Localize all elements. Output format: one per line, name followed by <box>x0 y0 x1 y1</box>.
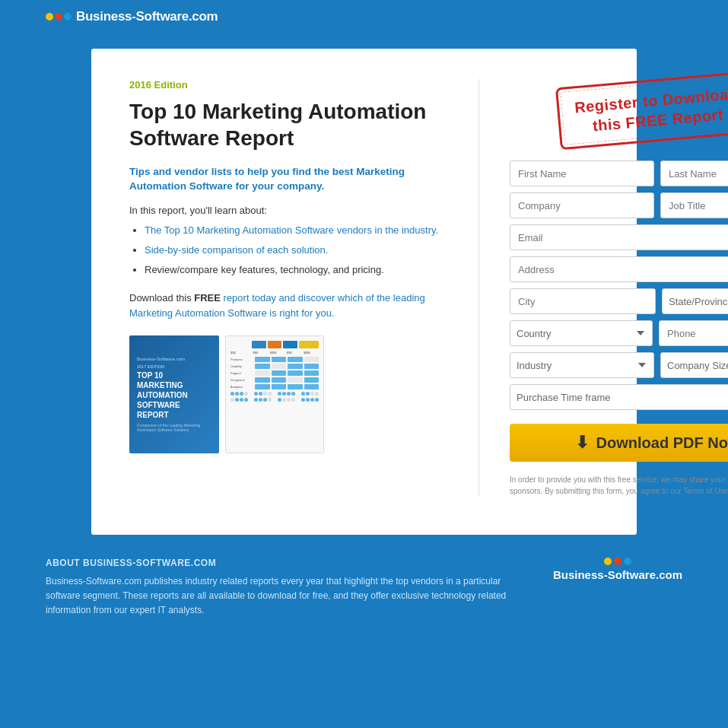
email-input[interactable] <box>510 224 728 250</box>
footer-logo-text: Business-Software.com <box>553 568 682 581</box>
dot-blue <box>64 13 72 21</box>
right-column: Register to Download this FREE Report <box>479 79 728 497</box>
registration-form: State/Province Country Industry Company … <box>510 161 728 497</box>
stamp-line2: this FREE Report <box>592 106 724 134</box>
purchase-timeframe-row: Purchase Time frame <box>510 384 728 410</box>
comparison-sheet: $$$ $$$ $$$$ $$$ $$$$ Features U <box>225 335 324 453</box>
privacy-text-content: In order to provide you with this free s… <box>510 475 728 495</box>
footer-logo: Business-Software.com <box>553 558 682 581</box>
book-title: TOP 10MARKETINGAUTOMATIONSOFTWAREREPORT <box>137 370 188 420</box>
bullet-text-2: Side-by-side comparison of each solution… <box>145 244 328 256</box>
book-subtitle: Comparison of the Leading Marketing Auto… <box>137 423 211 433</box>
job-title-input[interactable] <box>660 192 728 218</box>
download-btn-label: Download PDF Now <box>596 434 728 452</box>
company-size-select[interactable]: Company Size <box>660 352 728 378</box>
book-edition: 2017 EDITION <box>137 364 164 369</box>
company-row <box>510 192 728 218</box>
dot-yellow <box>46 13 53 21</box>
footer-logo-dots <box>604 558 631 565</box>
footer-dot-yellow <box>604 558 612 565</box>
address-input[interactable] <box>510 256 728 282</box>
dot-red <box>55 13 62 21</box>
name-row <box>510 161 728 186</box>
book-logo: Business-Software.com <box>137 357 185 361</box>
privacy-text: In order to provide you with this free s… <box>510 474 728 497</box>
first-name-input[interactable] <box>510 161 654 186</box>
footer-about-title: ABOUT BUSINESS-SOFTWARE.COM <box>46 558 517 568</box>
city-input[interactable] <box>510 288 656 314</box>
left-column: 2016 Edition Top 10 Marketing Automation… <box>129 79 479 497</box>
download-free: FREE <box>194 292 221 304</box>
main-content: 2016 Edition Top 10 Marketing Automation… <box>91 49 637 535</box>
bullet-item-2: Side-by-side comparison of each solution… <box>145 243 448 257</box>
purchase-timeframe-select[interactable]: Purchase Time frame <box>510 384 728 410</box>
bullet-text-1: The Top 10 Marketing Automation Software… <box>145 224 438 236</box>
tagline: Tips and vendor lists to help you find t… <box>129 165 448 194</box>
bullet-text-3: Review/compare key features, technology,… <box>145 264 384 275</box>
bullet-item-1: The Top 10 Marketing Automation Software… <box>145 224 448 237</box>
last-name-input[interactable] <box>660 161 728 186</box>
download-text: Download this FREE report today and disc… <box>129 291 448 320</box>
download-button[interactable]: ⬇ Download PDF Now <box>510 424 728 462</box>
footer-left: ABOUT BUSINESS-SOFTWARE.COM Business-Sof… <box>46 558 517 618</box>
bullet-list: The Top 10 Marketing Automation Software… <box>129 224 448 278</box>
report-title: Top 10 Marketing Automation Software Rep… <box>129 98 448 151</box>
site-header: Business-Software.com <box>0 0 728 33</box>
logo-text: Business-Software.com <box>76 9 218 24</box>
download-icon: ⬇ <box>575 433 589 453</box>
address-row <box>510 256 728 282</box>
logo: Business-Software.com <box>46 9 218 24</box>
register-stamp: Register to Download this FREE Report <box>555 71 728 150</box>
country-select[interactable]: Country <box>510 320 653 346</box>
learn-intro: In this report, you'll learn about: <box>129 205 448 216</box>
bullet-item-3: Review/compare key features, technology,… <box>145 263 448 277</box>
city-state-row: State/Province <box>510 288 728 314</box>
footer-about-text: Business-Software.com publishes industry… <box>46 574 517 618</box>
logo-dots <box>46 13 72 21</box>
industry-select[interactable]: Industry <box>510 352 654 378</box>
industry-company-size-row: Industry Company Size <box>510 352 728 378</box>
site-footer: ABOUT BUSINESS-SOFTWARE.COM Business-Sof… <box>0 535 728 641</box>
company-input[interactable] <box>510 192 654 218</box>
book-images: Business-Software.com 2017 EDITION TOP 1… <box>129 335 448 453</box>
footer-dot-blue <box>624 558 631 565</box>
phone-input[interactable] <box>659 320 728 346</box>
state-select[interactable]: State/Province <box>662 288 728 314</box>
email-row <box>510 224 728 250</box>
book-cover: Business-Software.com 2017 EDITION TOP 1… <box>129 335 219 453</box>
stamp-container: Register to Download this FREE Report <box>510 79 728 141</box>
stamp-line1: Register to Download <box>574 85 728 116</box>
edition-label: 2016 Edition <box>129 79 448 91</box>
download-prefix: Download this <box>129 292 194 304</box>
footer-dot-red <box>614 558 622 565</box>
stamp-text: Register to Download this FREE Report <box>574 84 728 138</box>
country-phone-row: Country <box>510 320 728 346</box>
